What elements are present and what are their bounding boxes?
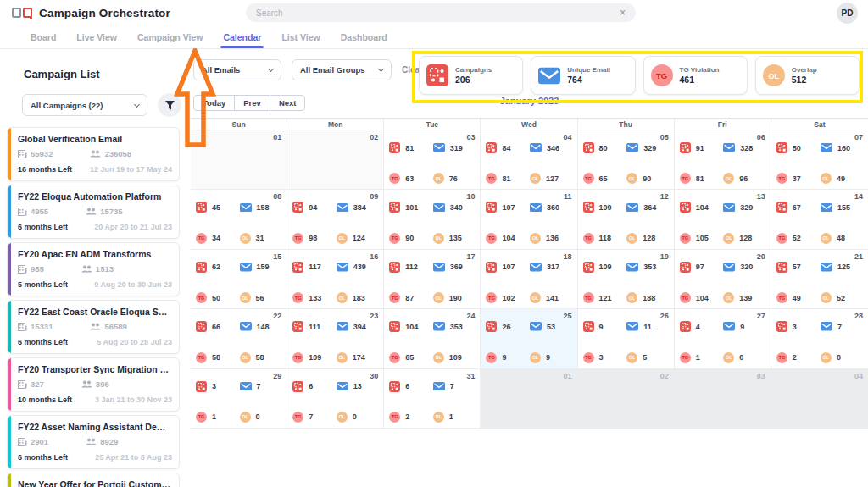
calendar-day-cell[interactable]: 14 67 <box>771 189 868 248</box>
email-icon <box>538 64 560 86</box>
campaign-card[interactable]: FY20 Transporter Sync Migration Topics 3… <box>7 357 180 412</box>
calendar-day-cell[interactable]: 06 91 <box>675 130 771 189</box>
campaign-count: 107 <box>502 263 515 271</box>
calendar-day-cell[interactable]: 02 <box>287 130 384 189</box>
overlap-count: 188 <box>643 294 655 302</box>
calendar-day-cell[interactable]: 22 66 <box>191 308 287 368</box>
calendar-day-cell[interactable]: 09 94 <box>287 189 384 248</box>
campaign-count-2: 15735 <box>100 207 122 216</box>
calendar-day-cell[interactable]: 04 <box>771 368 868 428</box>
calendar-day-cell[interactable]: 20 97 <box>675 249 771 308</box>
calendar-day-cell[interactable]: 19 109 <box>578 249 675 308</box>
tg-violation-icon: TG <box>389 412 400 423</box>
all-email-groups-dropdown[interactable]: All Email Groups <box>292 59 392 80</box>
campaign-icon <box>583 202 594 213</box>
tg-violation-count: 7 <box>309 412 313 421</box>
campaign-card[interactable]: Global Verification Email 55932 236058 <box>7 127 180 181</box>
search-clear-icon[interactable]: × <box>620 8 626 18</box>
calendar-day-cell[interactable]: 03 81 <box>384 130 481 189</box>
calendar-day-cell[interactable]: 25 26 <box>481 308 577 368</box>
calendar-day-cell[interactable]: 04 84 <box>481 130 577 189</box>
calendar-day-cell[interactable]: 05 80 <box>578 130 675 189</box>
campaign-count: 97 <box>696 263 704 271</box>
email-count: 11 <box>643 323 652 331</box>
calendar-day-cell[interactable]: 26 9 <box>578 308 675 368</box>
campaign-name: FY20 Transporter Sync Migration Topics <box>18 364 172 374</box>
email-icon <box>240 322 252 331</box>
calendar-day-cell[interactable]: 15 62 <box>191 249 287 308</box>
calendar-day-cell[interactable]: 10 101 <box>384 189 481 248</box>
calendar-day-cell[interactable]: 18 107 <box>481 249 577 308</box>
email-icon <box>337 382 348 391</box>
campaign-card[interactable]: FY22 Eloqua Automation Platform 4955 157… <box>7 185 180 239</box>
campaign-count-1: 4955 <box>31 207 48 216</box>
campaign-name: FY20 Apac EN ADM Transforms <box>18 249 172 259</box>
calendar-day-cell[interactable]: 31 6 <box>384 368 481 428</box>
all-campaigns-dropdown[interactable]: All Campaigns (22) <box>22 94 147 116</box>
calendar-day-cell[interactable]: 12 109 <box>578 189 675 248</box>
campaign-date-range: 20 Apr 20 to 21 Jul 23 <box>94 223 172 231</box>
overlap-count: 9 <box>546 353 550 362</box>
calendar-day-cell[interactable]: 13 104 <box>675 189 771 248</box>
campaign-count: 3 <box>793 323 797 331</box>
overlap-icon: OL <box>723 292 734 303</box>
nav-tab-calendar[interactable]: Calendar <box>223 26 261 48</box>
campaign-icon <box>776 142 787 153</box>
nav-tab-list-view[interactable]: List View <box>281 26 320 48</box>
user-avatar[interactable]: PD <box>837 3 858 24</box>
calendar-day-cell[interactable]: 07 50 <box>771 130 868 189</box>
calendar-day-cell[interactable]: 28 3 <box>771 308 868 368</box>
calendar-day-cell[interactable]: 30 6 <box>287 368 384 428</box>
filter-button[interactable] <box>158 93 181 117</box>
calendar-day-cell[interactable]: 17 112 <box>384 249 481 308</box>
email-icon <box>240 263 252 272</box>
calendar-day-cell[interactable]: 21 57 <box>771 249 868 308</box>
day-header: Tue <box>384 119 481 130</box>
calendar-day-cell[interactable]: 27 4 <box>675 308 771 368</box>
campaign-icon <box>486 202 497 213</box>
overlap-count: 5 <box>643 353 647 362</box>
tg-violation-icon: TG <box>292 233 303 244</box>
calendar-day-cell[interactable]: 02 <box>578 368 675 428</box>
nav-tab-board[interactable]: Board <box>31 26 56 48</box>
day-number: 16 <box>370 252 378 261</box>
calendar-day-cell[interactable]: 11 107 <box>481 189 577 248</box>
day-number: 02 <box>660 372 669 380</box>
day-header: Mon <box>287 119 384 130</box>
campaign-card[interactable]: FY22 East Coast Oracle Eloqua Server 153… <box>7 300 180 354</box>
all-emails-dropdown[interactable]: All Emails <box>193 59 281 80</box>
stat-value: 206 <box>455 75 492 85</box>
campaign-count: 91 <box>696 144 704 152</box>
overlap-icon: OL <box>433 352 444 363</box>
nav-tab-live-view[interactable]: Live View <box>76 26 117 48</box>
building-icon <box>18 380 27 389</box>
campaign-count: 57 <box>793 263 801 271</box>
campaign-card[interactable]: FY22 Asset Naming Assistant Demo Resp… 2… <box>7 415 180 469</box>
next-button[interactable]: Next <box>270 95 306 111</box>
nav-tab-campaign-view[interactable]: Campaign View <box>137 26 203 48</box>
campaign-card[interactable]: FY20 Apac EN ADM Transforms 985 1513 <box>7 242 180 296</box>
search-input[interactable] <box>256 8 620 18</box>
tg-violation-icon: TG <box>389 233 400 244</box>
calendar-day-cell[interactable]: 24 104 <box>384 308 481 368</box>
day-number: 15 <box>273 252 281 261</box>
calendar-day-cell[interactable]: 08 45 <box>191 189 287 248</box>
calendar-day-cell[interactable]: 23 111 <box>287 308 384 368</box>
email-icon <box>337 263 348 272</box>
email-icon <box>723 143 735 152</box>
campaign-card[interactable]: New Year Offer for Portqii Customers <box>7 473 180 487</box>
overlap-icon: OL <box>337 233 348 244</box>
calendar-day-cell[interactable]: 29 3 <box>191 368 287 428</box>
campaign-color-stripe <box>8 301 11 353</box>
calendar-day-cell[interactable]: 01 <box>481 368 577 428</box>
prev-button[interactable]: Prev <box>234 95 270 111</box>
overlap-count: 183 <box>353 294 365 302</box>
nav-tab-dashboard[interactable]: Dashboard <box>341 26 387 48</box>
calendar-day-cell[interactable]: 03 <box>675 368 771 428</box>
day-number: 31 <box>466 372 475 380</box>
calendar-day-cell[interactable]: 16 117 <box>287 249 384 308</box>
calendar-day-cell[interactable]: 01 <box>191 130 287 189</box>
today-button[interactable]: Today <box>193 95 235 111</box>
search-bar[interactable]: × <box>246 3 636 22</box>
tg-violation-icon: TG <box>389 292 400 303</box>
